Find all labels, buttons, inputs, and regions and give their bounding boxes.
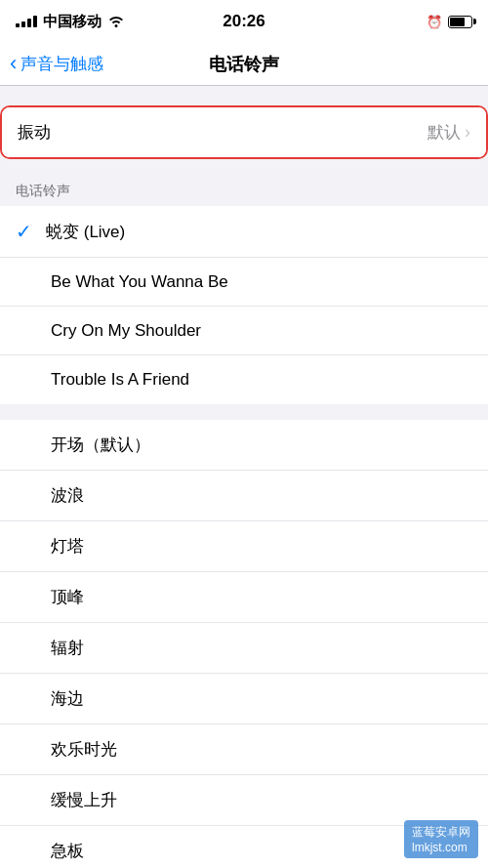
- page-title: 电话铃声: [209, 53, 279, 76]
- ringtone-list: ✓ 蜕变 (Live) Be What You Wanna Be Cry On …: [0, 206, 488, 404]
- list-item[interactable]: 缓慢上升: [0, 775, 488, 826]
- vibration-section: 振动 默认 ›: [0, 105, 488, 159]
- list-item[interactable]: 波浪: [0, 471, 488, 521]
- wifi-icon: [107, 14, 125, 30]
- ringtone-item-label: 顶峰: [51, 586, 84, 608]
- back-button[interactable]: ‹ 声音与触感: [10, 53, 103, 75]
- status-left: 中国移动: [16, 13, 125, 31]
- status-right: ⏰: [427, 15, 472, 29]
- list-item[interactable]: 海边: [0, 674, 488, 724]
- vibration-row[interactable]: 振动 默认 ›: [2, 107, 486, 157]
- carrier-label: 中国移动: [43, 13, 102, 31]
- status-bar: 中国移动 20:26 ⏰: [0, 0, 488, 43]
- alarm-icon: ⏰: [427, 15, 442, 29]
- ringtone-item-label: 蜕变 (Live): [46, 221, 125, 243]
- signal-icon: [16, 16, 37, 27]
- ringtone-item-label: Be What You Wanna Be: [51, 272, 228, 292]
- ringtone-item-label: 急板: [51, 840, 84, 862]
- list-item[interactable]: 辐射: [0, 623, 488, 674]
- list-item[interactable]: Trouble Is A Friend: [0, 355, 488, 404]
- battery-icon: [448, 15, 472, 29]
- chevron-right-icon: ›: [465, 122, 470, 143]
- list-item[interactable]: 顶峰: [0, 572, 488, 623]
- ringtone-item-label: 波浪: [51, 484, 84, 507]
- group-separator: [0, 404, 488, 420]
- list-item[interactable]: 开场（默认）: [0, 420, 488, 471]
- list-item[interactable]: Be What You Wanna Be: [0, 258, 488, 307]
- ringtone-item-label: 灯塔: [51, 535, 84, 558]
- checkmark-icon: ✓: [16, 220, 32, 243]
- nav-bar: ‹ 声音与触感 电话铃声: [0, 43, 488, 86]
- ringtone-item-label: 海边: [51, 687, 84, 710]
- content-area: 振动 默认 › 电话铃声 ✓ 蜕变 (Live) Be What You Wan…: [0, 86, 488, 868]
- back-label: 声音与触感: [20, 53, 103, 75]
- ringtone-item-label: 开场（默认）: [51, 434, 150, 456]
- list-item[interactable]: Cry On My Shoulder: [0, 307, 488, 355]
- list-item[interactable]: 灯塔: [0, 521, 488, 572]
- ringtone-item-label: Cry On My Shoulder: [51, 321, 201, 341]
- vibration-label: 振动: [18, 121, 51, 144]
- section-header-ringtones: 电话铃声: [0, 175, 488, 206]
- watermark: 蓝莓安卓网lmkjst.com: [404, 820, 478, 858]
- ringtone-item-label: 缓慢上升: [51, 789, 117, 811]
- list-item[interactable]: ✓ 蜕变 (Live): [0, 206, 488, 258]
- vibration-value: 默认: [427, 121, 461, 144]
- ringtone-item-label: 欢乐时光: [51, 738, 117, 761]
- status-time: 20:26: [223, 12, 264, 31]
- chevron-left-icon: ‹: [10, 53, 17, 74]
- vibration-right: 默认 ›: [427, 121, 470, 144]
- default-ringtone-list: 开场（默认） 波浪 灯塔 顶峰 辐射 海边 欢乐时光 缓慢上升 急板: [0, 420, 488, 868]
- ringtone-item-label: 辐射: [51, 637, 84, 659]
- ringtone-item-label: Trouble Is A Friend: [51, 370, 189, 390]
- list-item[interactable]: 欢乐时光: [0, 724, 488, 775]
